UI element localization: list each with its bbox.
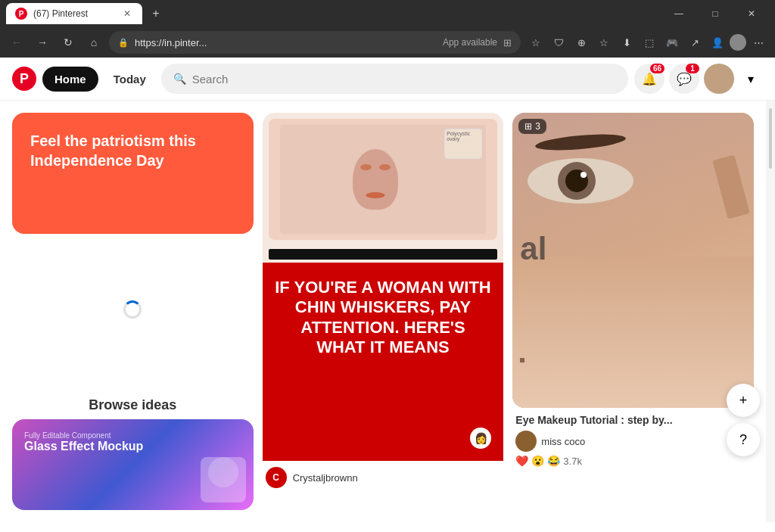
- lock-icon: 🔒: [118, 38, 129, 48]
- back-button[interactable]: ←: [6, 32, 27, 53]
- minimize-button[interactable]: —: [661, 3, 696, 24]
- url-bar[interactable]: 🔒 https://in.pinter... App available ⊞: [109, 31, 521, 54]
- middle-column: Polycystic ovary IF YOU'RE A WOMAN WITH …: [263, 113, 504, 510]
- chin-whiskers-image: Polycystic ovary IF YOU'RE A WOMAN WITH …: [263, 113, 504, 461]
- chevron-down-icon[interactable]: ▾: [739, 67, 763, 91]
- heart-reaction: ❤️: [515, 455, 528, 467]
- download-icon[interactable]: ⬇: [616, 32, 637, 53]
- tab-favicon: [15, 8, 27, 20]
- main-content: Feel the patriotism this Independence Da…: [0, 101, 775, 522]
- search-input[interactable]: [192, 73, 616, 86]
- active-tab[interactable]: (67) Pinterest ✕: [6, 3, 142, 24]
- home-nav-button[interactable]: ⌂: [83, 32, 104, 53]
- patriotism-title: Feel the patriotism this Independence Da…: [30, 131, 235, 170]
- reaction-count: 3.7k: [563, 456, 582, 467]
- glass-card-title: Glass Effect Mockup: [24, 440, 241, 453]
- tab-bar: (67) Pinterest ✕ + — □ ✕: [0, 0, 775, 27]
- glass-effect-card[interactable]: Fully Editable Component Glass Effect Mo…: [12, 419, 254, 510]
- address-bar: ← → ↻ ⌂ 🔒 https://in.pinter... App avail…: [0, 27, 775, 58]
- eye-image-area: al: [512, 113, 754, 408]
- refresh-button[interactable]: ↻: [58, 32, 79, 53]
- menu-icon[interactable]: ⋯: [748, 32, 769, 53]
- message-icon: 💬: [677, 72, 692, 86]
- notifications-button[interactable]: 🔔 66: [634, 64, 665, 94]
- shield-icon[interactable]: 🛡: [548, 32, 569, 53]
- masonry-grid: Feel the patriotism this Independence Da…: [12, 113, 754, 510]
- games-icon[interactable]: 🎮: [661, 32, 683, 53]
- forward-button[interactable]: →: [32, 32, 53, 53]
- content-area: Feel the patriotism this Independence Da…: [0, 101, 766, 522]
- scrollbar-thumb[interactable]: [769, 108, 772, 169]
- author-avatar: C: [266, 467, 287, 488]
- help-fab-button[interactable]: ?: [727, 423, 760, 456]
- tab-title: (67) Pinterest: [33, 8, 115, 19]
- bell-icon: 🔔: [642, 72, 657, 86]
- favorites-icon[interactable]: ☆: [593, 32, 615, 53]
- pinterest-app: Home Today 🔍 🔔 66 💬 1 ▾: [0, 58, 775, 532]
- collections-icon[interactable]: ⊕: [571, 32, 592, 53]
- chin-whiskers-text: IF YOU'RE A WOMAN WITH CHIN WHISKERS, PA…: [275, 278, 492, 358]
- today-button[interactable]: Today: [104, 67, 155, 92]
- screenshot-icon[interactable]: ⬚: [639, 32, 660, 53]
- laugh-reaction: 😂: [547, 455, 560, 467]
- chin-whiskers-footer: C Crystaljbrownn: [263, 461, 504, 494]
- glass-card-label: Fully Editable Component: [24, 431, 241, 440]
- browse-ideas-title: Browse ideas: [12, 397, 254, 413]
- profile-avatar-toolbar[interactable]: [730, 34, 746, 51]
- message-badge: 1: [686, 64, 699, 73]
- add-fab-button[interactable]: +: [727, 384, 760, 417]
- notification-badge: 66: [650, 64, 665, 73]
- collection-badge: ⊞ 3: [518, 119, 546, 134]
- top-nav: Home Today 🔍 🔔 66 💬 1 ▾: [0, 58, 775, 101]
- loading-spinner: [123, 300, 142, 319]
- eye-makeup-card[interactable]: ⊞ 3: [512, 113, 754, 473]
- search-icon: 🔍: [173, 73, 186, 85]
- right-column: ⊞ 3: [512, 113, 754, 510]
- patriotism-card[interactable]: Feel the patriotism this Independence Da…: [12, 113, 254, 234]
- url-text: https://in.pinter...: [135, 37, 437, 48]
- close-button[interactable]: ✕: [734, 3, 769, 24]
- eye-author-avatar: [515, 431, 537, 452]
- left-column: Feel the patriotism this Independence Da…: [12, 113, 254, 510]
- fab-container: + ?: [727, 384, 760, 456]
- eye-author: miss coco: [515, 431, 751, 452]
- toolbar-icons: ☆ 🛡 ⊕ ☆ ⬇ ⬚ 🎮 ↗ 👤 ⋯: [525, 32, 769, 53]
- profile-avatar[interactable]: [704, 64, 734, 94]
- reactions: ❤️ 😮 😂 3.7k: [515, 455, 751, 467]
- app-available-label: App available: [443, 37, 497, 48]
- install-icon[interactable]: ⊞: [503, 37, 512, 48]
- home-button[interactable]: Home: [42, 67, 98, 92]
- share-icon[interactable]: ↗: [684, 32, 705, 53]
- nav-right: 🔔 66 💬 1 ▾: [634, 64, 763, 94]
- author-name: Crystaljbrownn: [293, 472, 358, 484]
- search-bar[interactable]: 🔍: [161, 64, 628, 94]
- eye-card-footer: Eye Makeup Tutorial : step by... miss co…: [512, 408, 754, 473]
- scrollbar[interactable]: [766, 101, 775, 522]
- new-tab-button[interactable]: +: [145, 3, 167, 24]
- medical-illustration: Polycystic ovary: [269, 119, 498, 240]
- collection-icon: ⊞: [524, 121, 532, 132]
- chin-whiskers-card[interactable]: Polycystic ovary IF YOU'RE A WOMAN WITH …: [263, 113, 504, 494]
- red-text-area: IF YOU'RE A WOMAN WITH CHIN WHISKERS, PA…: [263, 263, 504, 461]
- window-controls: — □ ✕: [661, 3, 769, 24]
- messages-button[interactable]: 💬 1: [669, 64, 699, 94]
- browse-section: Browse ideas: [12, 385, 254, 419]
- pinterest-logo[interactable]: [12, 67, 36, 91]
- eye-author-name: miss coco: [541, 436, 585, 447]
- eye-card-title: Eye Makeup Tutorial : step by...: [515, 414, 751, 426]
- people-icon[interactable]: 👤: [707, 32, 728, 53]
- tab-close-button[interactable]: ✕: [121, 8, 133, 20]
- wow-reaction: 😮: [531, 455, 544, 467]
- star-icon[interactable]: ☆: [525, 32, 546, 53]
- loading-area: [12, 234, 254, 385]
- maximize-button[interactable]: □: [698, 3, 733, 24]
- collection-count: 3: [535, 121, 540, 132]
